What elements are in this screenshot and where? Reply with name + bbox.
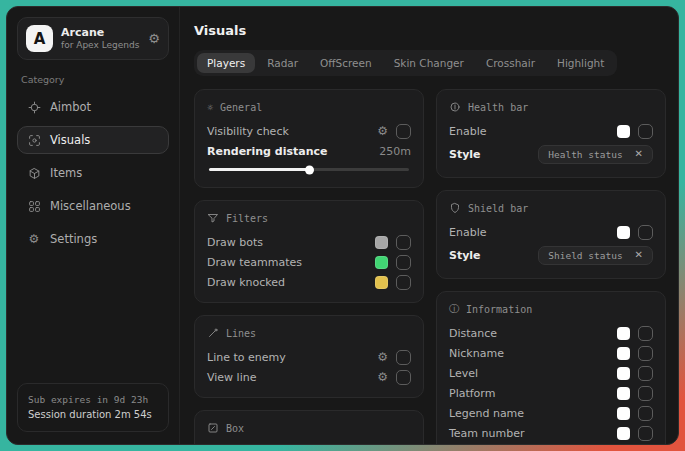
checkbox[interactable]: [396, 350, 411, 365]
sidebar-item-items[interactable]: Items: [17, 159, 169, 187]
settings-gear-icon[interactable]: ⚙: [148, 31, 160, 46]
info-icon: ⓘ: [449, 302, 459, 316]
card-information-header: ⓘ Information: [449, 302, 653, 316]
style-select-value: Shield status: [548, 250, 622, 261]
checkbox[interactable]: [638, 386, 653, 401]
tab-radar[interactable]: Radar: [257, 53, 308, 73]
sidebar-item-visuals[interactable]: Visuals: [17, 126, 169, 154]
close-icon[interactable]: ✕: [635, 149, 643, 159]
color-swatch[interactable]: [375, 236, 388, 249]
card-title: Information: [466, 304, 532, 315]
card-shield-bar: Shield bar Enable Style Shield status: [436, 190, 666, 279]
color-swatch[interactable]: [617, 347, 630, 360]
sidebar-item-aimbot[interactable]: Aimbot: [17, 93, 169, 121]
gear-icon[interactable]: ⚙: [377, 371, 388, 383]
card-health-bar: Health bar Enable Style Health status: [436, 89, 666, 178]
gear-icon[interactable]: ⚙: [377, 351, 388, 363]
color-swatch[interactable]: [617, 226, 630, 239]
checkbox[interactable]: [396, 235, 411, 250]
close-icon[interactable]: ✕: [635, 250, 643, 260]
cube-icon: [27, 166, 41, 180]
card-title: Filters: [226, 213, 268, 224]
sidebar-item-settings[interactable]: ⚙ Settings: [17, 225, 169, 253]
row-label: Team number: [449, 427, 525, 440]
page-title: Visuals: [194, 23, 666, 38]
checkbox[interactable]: [638, 366, 653, 381]
checkbox[interactable]: [638, 326, 653, 341]
color-swatch[interactable]: [617, 125, 630, 138]
slider-knob[interactable]: [305, 165, 314, 174]
checkbox[interactable]: [396, 255, 411, 270]
card-title: Health bar: [468, 102, 528, 113]
app-window: A Arcane for Apex Legends ⚙ Category Aim…: [6, 6, 679, 445]
gear-icon: ⚙: [27, 232, 41, 246]
checkbox[interactable]: [396, 370, 411, 385]
card-box: Box Enable Enable background: [194, 410, 424, 444]
checkbox[interactable]: [638, 225, 653, 240]
setting-row: Enable: [449, 222, 653, 242]
style-select[interactable]: Shield status ✕: [538, 246, 653, 265]
settings-columns: ☼ General Visibility check ⚙ Rendering d…: [194, 89, 666, 444]
grid-icon: [27, 199, 41, 213]
brand-card: A Arcane for Apex Legends ⚙: [17, 17, 169, 60]
card-information: ⓘ Information Distance Nickname: [436, 291, 666, 444]
subscription-info-box: Sub expires in 9d 23h Session duration 2…: [17, 383, 169, 432]
tab-players[interactable]: Players: [197, 53, 255, 73]
shield-icon: [449, 202, 461, 214]
left-column: ☼ General Visibility check ⚙ Rendering d…: [194, 89, 424, 444]
funnel-icon: [207, 212, 219, 224]
setting-row: Enable: [207, 442, 411, 444]
card-lines: Lines Line to enemy ⚙ View line ⚙: [194, 315, 424, 398]
line-icon: [207, 327, 219, 339]
tab-highlight[interactable]: Highlight: [547, 53, 614, 73]
checkbox[interactable]: [638, 346, 653, 361]
row-label: Distance: [449, 327, 497, 340]
checkbox[interactable]: [396, 275, 411, 290]
color-swatch[interactable]: [617, 367, 630, 380]
setting-row: Legend name: [449, 403, 653, 423]
tab-skin-changer[interactable]: Skin Changer: [384, 53, 474, 73]
color-swatch[interactable]: [617, 327, 630, 340]
sidebar-item-label: Miscellaneous: [50, 199, 131, 213]
card-general: ☼ General Visibility check ⚙ Rendering d…: [194, 89, 424, 188]
card-filters: Filters Draw bots Draw teammates: [194, 200, 424, 303]
app-subtitle: for Apex Legends: [61, 40, 140, 51]
card-box-header: Box: [207, 421, 411, 435]
setting-row: Team number: [449, 423, 653, 443]
color-swatch[interactable]: [617, 407, 630, 420]
card-health-header: Health bar: [449, 100, 653, 114]
row-label: Enable: [449, 226, 486, 239]
sidebar: A Arcane for Apex Legends ⚙ Category Aim…: [7, 7, 180, 444]
checkbox[interactable]: [638, 426, 653, 441]
sidebar-nav: Aimbot Visuals Items Miscellaneous: [17, 93, 169, 253]
color-swatch[interactable]: [617, 387, 630, 400]
color-swatch[interactable]: [375, 256, 388, 269]
style-select[interactable]: Health status ✕: [538, 145, 653, 164]
checkbox[interactable]: [638, 124, 653, 139]
row-label: Rendering distance: [207, 145, 328, 158]
sidebar-item-miscellaneous[interactable]: Miscellaneous: [17, 192, 169, 220]
tab-crosshair[interactable]: Crosshair: [476, 53, 545, 73]
color-swatch[interactable]: [617, 427, 630, 440]
rendering-distance-slider[interactable]: [209, 165, 409, 174]
color-swatch[interactable]: [375, 276, 388, 289]
gear-icon[interactable]: ⚙: [377, 125, 388, 137]
sidebar-item-label: Aimbot: [50, 100, 91, 114]
row-label: Platform: [449, 387, 495, 400]
card-title: Box: [226, 423, 244, 434]
checkbox[interactable]: [396, 124, 411, 139]
sub-expires-text: Sub expires in 9d 23h: [28, 392, 158, 407]
tab-bar: Players Radar OffScreen Skin Changer Cro…: [194, 50, 617, 76]
card-title: General: [220, 102, 262, 113]
setting-row: Draw bots: [207, 232, 411, 252]
setting-row: Platform: [449, 383, 653, 403]
card-shield-header: Shield bar: [449, 201, 653, 215]
tab-offscreen[interactable]: OffScreen: [310, 53, 382, 73]
app-name: Arcane: [61, 26, 140, 40]
card-general-header: ☼ General: [207, 100, 411, 114]
card-title: Lines: [226, 328, 256, 339]
slider-fill: [209, 168, 309, 171]
checkbox[interactable]: [638, 406, 653, 421]
row-label: Line to enemy: [207, 351, 286, 364]
category-label: Category: [21, 74, 165, 85]
